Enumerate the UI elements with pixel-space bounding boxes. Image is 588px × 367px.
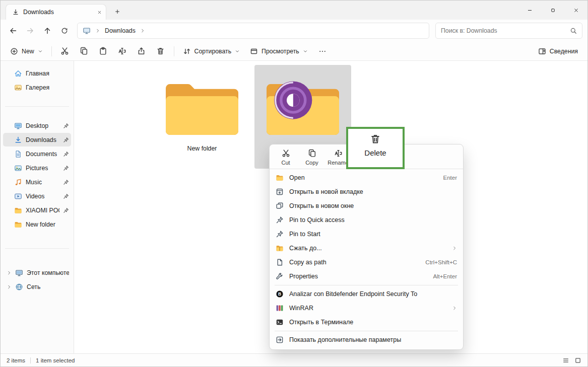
menu-item-open-new-tab[interactable]: Открыть в новой вкладке [270, 185, 463, 199]
menu-item-bitdefender-scan[interactable]: BAnalizar con Bitdefender Endpoint Secur… [270, 287, 463, 301]
sidebar-item-gallery[interactable]: Галерея [3, 81, 71, 94]
forward-button[interactable] [23, 23, 38, 38]
menu-item-label: Open [289, 174, 438, 181]
pin-icon [276, 230, 284, 238]
menu-item-properties[interactable]: PropertiesAlt+Enter [270, 269, 463, 283]
sort-button[interactable]: Сортировать [178, 44, 244, 59]
expander-icon[interactable] [7, 284, 12, 289]
sidebar-item-label: Videos [26, 193, 59, 200]
toolbar-divider [174, 46, 174, 56]
home-icon [14, 69, 22, 78]
menu-item-pin-start[interactable]: Pin to Start [270, 227, 463, 241]
menu-item-winrar[interactable]: WinRAR [270, 301, 463, 315]
sidebar-item-label: Главная [26, 70, 69, 77]
menu-item-pin-quick-access[interactable]: Pin to Quick access [270, 213, 463, 227]
chevron-down-icon [38, 49, 43, 54]
expander-icon[interactable] [7, 270, 12, 275]
sidebar-item-label: Галерея [26, 84, 69, 91]
sidebar-item-pictures[interactable]: Pictures [3, 161, 71, 175]
sidebar-item-videos[interactable]: Videos [3, 189, 71, 203]
menu-item-label: Properties [289, 273, 427, 280]
sidebar-item-network[interactable]: Сеть [3, 280, 71, 293]
pin-icon [63, 179, 69, 185]
copy-icon [80, 47, 88, 55]
details-pane-icon [538, 47, 546, 55]
view-button[interactable]: Просмотреть [245, 44, 312, 59]
list-view-icon[interactable] [562, 357, 569, 364]
terminal-icon [276, 318, 284, 326]
minimize-button[interactable] [518, 1, 541, 20]
tab-downloads[interactable]: Downloads [6, 4, 106, 20]
sidebar-item-this-pc[interactable]: Этот компьютер [3, 266, 71, 279]
menu-item-open[interactable]: OpenEnter [270, 171, 463, 185]
sidebar-item-label: New folder [26, 221, 69, 228]
quick-action-label: Rename [328, 160, 349, 166]
delete-icon[interactable] [370, 133, 381, 144]
up-arrow-icon [43, 27, 51, 35]
toolbar-paste-button[interactable] [94, 44, 112, 59]
ellipsis-icon [318, 47, 326, 55]
quick-action-label: Copy [305, 160, 318, 166]
cut-icon [282, 149, 290, 158]
navigation-bar: Downloads Поиск в: Downloads [1, 20, 587, 42]
menu-item-compress-to[interactable]: Сжать до... [270, 241, 463, 255]
pin-icon [63, 193, 69, 199]
new-plus-icon [10, 47, 18, 55]
rename-icon [334, 149, 343, 158]
new-tab-button[interactable] [110, 5, 124, 19]
new-button[interactable]: New [6, 44, 47, 59]
sidebar-item-home[interactable]: Главная [3, 66, 71, 80]
toolbar-share-button[interactable] [133, 44, 151, 59]
sort-button-label: Сортировать [194, 48, 231, 55]
menu-item-copy-as-path[interactable]: Copy as pathCtrl+Shift+C [270, 255, 463, 269]
sidebar-item-documents[interactable]: Documents [3, 147, 71, 161]
search-icon [570, 27, 577, 34]
pin-icon [63, 151, 69, 157]
quick-action-cut[interactable]: Cut [273, 149, 299, 166]
details-pane-button[interactable]: Сведения [534, 44, 582, 59]
toolbar-rename-button[interactable] [113, 44, 132, 59]
more-options-button[interactable] [313, 44, 332, 59]
up-button[interactable] [40, 23, 55, 38]
new-button-label: New [22, 48, 34, 55]
sidebar-item-music[interactable]: Music [3, 175, 71, 189]
breadcrumb-downloads[interactable]: Downloads [105, 27, 136, 34]
sidebar-item-xiaomi-poco-f[interactable]: XIAOMI POCO F [3, 203, 71, 217]
menu-separator [275, 331, 458, 331]
chevron-right-icon [95, 28, 100, 33]
menu-item-open-new-window[interactable]: Открыть в новом окне [270, 199, 463, 213]
maximize-button[interactable] [541, 1, 564, 20]
sidebar-item-new-folder[interactable]: New folder [3, 217, 71, 231]
close-button[interactable] [564, 1, 587, 20]
sidebar-item-label: Documents [26, 151, 59, 158]
folder-icon [276, 174, 284, 182]
new-window-icon [276, 202, 284, 210]
sidebar-item-downloads[interactable]: Downloads [3, 133, 71, 146]
menu-item-open-in-terminal[interactable]: Открыть в Терминале [270, 315, 463, 329]
toolbar-delete-button[interactable] [152, 44, 170, 59]
cut-icon [60, 47, 69, 55]
sidebar: ГлавнаяГалереяDesktopDownloadsDocumentsP… [1, 61, 74, 353]
refresh-button[interactable] [57, 23, 72, 38]
toolbar-copy-button[interactable] [75, 44, 93, 59]
tab-close-icon[interactable] [97, 10, 102, 15]
monitor-icon [83, 27, 91, 35]
menu-item-label: Analizar con Bitdefender Endpoint Securi… [289, 290, 457, 298]
videos-icon [14, 192, 22, 200]
toolbar-cut-button[interactable] [56, 44, 74, 59]
menu-item-show-more-options[interactable]: Показать дополнительные параметры [270, 333, 463, 347]
download-nav-icon [14, 136, 22, 144]
pin-icon [63, 137, 69, 143]
address-bar[interactable]: Downloads [77, 23, 429, 39]
menu-item-label: Pin to Quick access [289, 216, 457, 224]
back-button[interactable] [6, 23, 21, 38]
submenu-chevron-icon [452, 246, 457, 251]
command-toolbar: New Сортировать Просмотреть Сведения [1, 42, 587, 61]
pictures-icon [14, 164, 22, 172]
file-new-folder[interactable]: New folder [154, 65, 250, 169]
search-box[interactable]: Поиск в: Downloads [435, 23, 582, 39]
sidebar-item-desktop[interactable]: Desktop [3, 119, 71, 132]
quick-action-copy[interactable]: Copy [299, 149, 325, 166]
thumbnail-view-icon[interactable] [574, 357, 581, 364]
tor-browser-folder-icon [263, 76, 343, 139]
